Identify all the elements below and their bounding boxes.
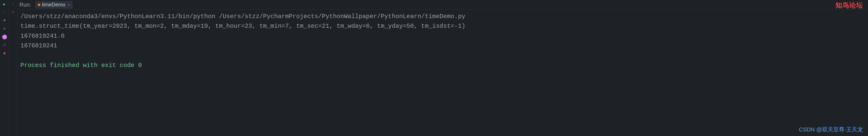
console-line-command: /Users/stzz/anaconda3/envs/PythonLearn3.… bbox=[21, 12, 865, 21]
console-line-struct: time.struct_time(tm_year=2023, tm_mon=2,… bbox=[21, 21, 865, 31]
left-toolbar: ▶ ↑ ■ ⊞ ⬤ ⎙ ◼ bbox=[0, 0, 9, 136]
pin-icon[interactable]: ◼ bbox=[1, 49, 8, 56]
run-label: Run: bbox=[20, 2, 33, 8]
print-icon[interactable]: ⎙ bbox=[1, 41, 8, 48]
play-icon[interactable]: ▶ bbox=[1, 1, 8, 8]
tab-close-icon[interactable]: × bbox=[68, 3, 70, 7]
console-line-int: 1676819241 bbox=[21, 41, 865, 51]
grid-icon[interactable]: ⊞ bbox=[1, 25, 8, 32]
circle-icon[interactable]: ⬤ bbox=[1, 33, 8, 40]
tab-bar: Run: timeDemo × bbox=[18, 0, 868, 10]
main-panel: Run: timeDemo × 知鸟论坛 /Users/stzz/anacond… bbox=[18, 0, 868, 136]
stop-icon[interactable]: ■ bbox=[1, 17, 8, 24]
console-area: /Users/stzz/anaconda3/envs/PythonLearn3.… bbox=[18, 10, 868, 136]
console-line-float: 1676819241.0 bbox=[21, 31, 865, 41]
lines-icon[interactable]: ≡ bbox=[10, 9, 17, 16]
console-line-process: Process finished with exit code 0 bbox=[21, 61, 865, 70]
tab-timedemo[interactable]: timeDemo × bbox=[35, 1, 72, 9]
watermark-bottom: CSDN @双天至尊·王天龙 bbox=[799, 126, 863, 133]
tab-status-dot bbox=[38, 4, 40, 6]
tab-label: timeDemo bbox=[42, 2, 65, 8]
arrow-down-icon[interactable]: ↓ bbox=[10, 1, 17, 8]
arrow-up-icon[interactable]: ↑ bbox=[1, 9, 8, 16]
console-line-blank bbox=[21, 51, 865, 61]
watermark-top: 知鸟论坛 bbox=[835, 1, 863, 10]
second-toolbar: ↓ ≡ bbox=[9, 0, 18, 136]
